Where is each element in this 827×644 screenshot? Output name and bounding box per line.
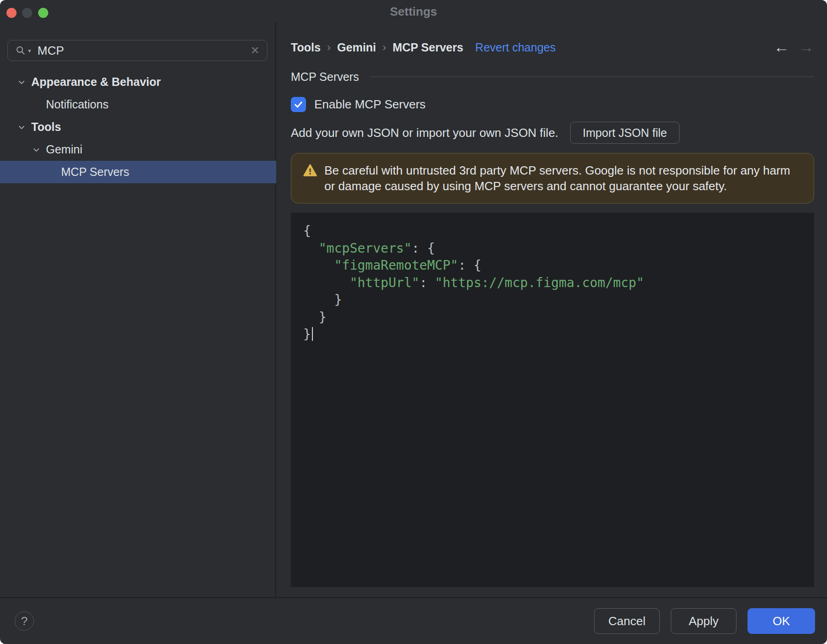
- help-button[interactable]: ?: [15, 611, 34, 631]
- question-mark-icon: ?: [21, 614, 28, 628]
- checkmark-icon: [293, 99, 304, 110]
- ok-button[interactable]: OK: [748, 608, 815, 634]
- clear-search-icon[interactable]: ✕: [250, 45, 260, 56]
- zoom-window-button[interactable]: [38, 8, 48, 18]
- search-options-icon[interactable]: ▾: [28, 47, 31, 54]
- window-title: Settings: [0, 0, 827, 22]
- forward-arrow-icon[interactable]: →: [799, 39, 814, 55]
- revert-changes-link[interactable]: Revert changes: [475, 41, 555, 54]
- enable-mcp-label[interactable]: Enable MCP Servers: [314, 97, 425, 112]
- import-row: Add your own JSON or import your own JSO…: [291, 122, 680, 144]
- breadcrumb-separator-icon: ›: [383, 41, 386, 54]
- code-line: }: [303, 291, 814, 309]
- page-title: MCP Servers: [291, 70, 359, 84]
- enable-mcp-servers-row[interactable]: Enable MCP Servers: [291, 97, 425, 112]
- code-line: "httpUrl": "https://mcp.figma.com/mcp": [303, 274, 814, 292]
- import-hint-text: Add your own JSON or import your own JSO…: [291, 126, 558, 140]
- code-line: }: [303, 309, 814, 326]
- code-line: {: [303, 222, 814, 240]
- sidebar-item-tools[interactable]: Tools: [0, 116, 276, 138]
- dialog-footer: ? Cancel Apply OK: [0, 597, 827, 644]
- breadcrumb-gemini[interactable]: Gemini: [337, 41, 376, 54]
- chevron-down-icon[interactable]: [17, 77, 27, 87]
- json-code-editor[interactable]: { "mcpServers": { "figmaRemoteMCP": { "h…: [291, 213, 814, 587]
- sidebar-item-label: MCP Servers: [61, 165, 129, 179]
- code-line: "mcpServers": {: [303, 240, 814, 257]
- titlebar: Settings: [0, 0, 827, 22]
- warning-triangle-icon: [303, 164, 317, 179]
- sidebar-item-gemini[interactable]: Gemini: [0, 138, 276, 161]
- minimize-window-button[interactable]: [22, 8, 32, 18]
- back-arrow-icon[interactable]: ←: [774, 39, 789, 55]
- search-input[interactable]: [38, 44, 248, 58]
- footer-buttons: Cancel Apply OK: [594, 598, 815, 644]
- close-window-button[interactable]: [6, 8, 17, 18]
- section-divider: [371, 76, 814, 77]
- code-line: "figmaRemoteMCP": {: [303, 257, 814, 274]
- cancel-button[interactable]: Cancel: [594, 608, 660, 634]
- enable-mcp-checkbox[interactable]: [291, 97, 306, 112]
- settings-tree: Appearance & Behavior Notifications Tool…: [0, 71, 276, 183]
- breadcrumb-separator-icon: ›: [327, 41, 331, 54]
- breadcrumb-mcp-servers[interactable]: MCP Servers: [393, 41, 464, 54]
- history-navigation: ← →: [774, 39, 814, 55]
- code-line: }: [303, 326, 814, 343]
- sidebar-item-label: Notifications: [46, 98, 108, 111]
- settings-content: Tools › Gemini › MCP Servers Revert chan…: [277, 22, 827, 597]
- search-icon: [15, 45, 26, 56]
- sidebar-item-label: Appearance & Behavior: [31, 75, 161, 89]
- warning-banner: Be careful with untrusted 3rd party MCP …: [291, 153, 814, 203]
- text-caret: [312, 327, 313, 341]
- import-json-file-button[interactable]: Import JSON file: [570, 122, 679, 144]
- chevron-down-icon[interactable]: [17, 122, 27, 132]
- breadcrumb: Tools › Gemini › MCP Servers Revert chan…: [291, 39, 555, 56]
- search-box[interactable]: ▾ ✕: [7, 40, 267, 61]
- sidebar-item-mcp-servers[interactable]: MCP Servers: [0, 161, 276, 183]
- sidebar-item-label: Gemini: [46, 143, 82, 156]
- settings-sidebar: ▾ ✕ Appearance & Behavior Notifications …: [0, 22, 276, 597]
- chevron-down-icon[interactable]: [31, 145, 41, 155]
- sidebar-item-label: Tools: [31, 120, 61, 134]
- breadcrumb-tools[interactable]: Tools: [291, 41, 321, 54]
- sidebar-item-appearance-behavior[interactable]: Appearance & Behavior: [0, 71, 276, 93]
- apply-button[interactable]: Apply: [671, 608, 736, 634]
- section-header: MCP Servers: [291, 68, 814, 85]
- sidebar-item-notifications[interactable]: Notifications: [0, 93, 276, 116]
- warning-text: Be careful with untrusted 3rd party MCP …: [324, 163, 802, 194]
- settings-window: Settings ▾ ✕ Appearance & Behavior Notif…: [0, 0, 827, 644]
